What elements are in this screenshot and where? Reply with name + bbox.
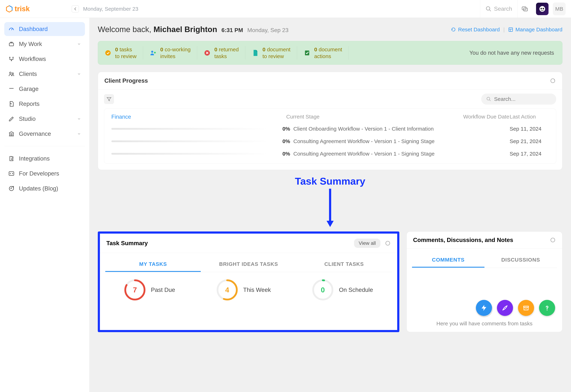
- banner-cell-2[interactable]: 0 returnedtasks: [197, 46, 245, 59]
- speedometer-icon: [8, 26, 15, 32]
- sidebar-item-studio[interactable]: Studio: [4, 112, 85, 126]
- stat-on-schedule: 0On Schedule: [312, 279, 373, 301]
- app-switcher[interactable]: [536, 3, 549, 15]
- fab-rocket-button[interactable]: [497, 300, 513, 316]
- refresh-icon[interactable]: [385, 240, 391, 246]
- stage-text: Client Onboarding Workflow - Version 1 -…: [293, 126, 463, 132]
- sidebar-item-for-developers[interactable]: For Developers: [4, 167, 85, 181]
- stage-text: Consulting Agreement Workflow - Version …: [293, 138, 463, 144]
- svg-point-5: [541, 8, 542, 9]
- progress-pct: 0%: [279, 151, 293, 157]
- sidebar: DashboardMy WorkWorkflowsClientsGarageRe…: [0, 18, 89, 392]
- check-circle-icon: [104, 49, 112, 56]
- user-plus-icon: [150, 49, 157, 56]
- client-progress-search[interactable]: [481, 94, 556, 105]
- progress-bar: [111, 153, 268, 155]
- task-summary-title: Task Summary: [106, 240, 148, 247]
- svg-point-12: [11, 60, 12, 61]
- stat-label: This Week: [243, 287, 271, 293]
- tab-client-tasks[interactable]: CLIENT TASKS: [296, 257, 392, 272]
- comments-panel: Comments, Discussions, and Notes COMMENT…: [406, 231, 562, 332]
- col-due: Workflow Due Date: [463, 114, 510, 120]
- separator: |: [503, 27, 505, 33]
- progress-pct: 0%: [279, 126, 293, 132]
- sidebar-item-governance[interactable]: Governance: [4, 127, 85, 141]
- people-icon: [8, 71, 15, 77]
- table-row[interactable]: 0%Client Onboarding Workflow - Version 1…: [111, 123, 549, 135]
- refresh-icon[interactable]: [550, 78, 556, 84]
- fab-bolt-button[interactable]: [476, 300, 492, 316]
- banner-text: 0 tasksto review: [115, 46, 136, 59]
- svg-point-0: [486, 7, 490, 10]
- svg-point-13: [10, 72, 11, 74]
- sidebar-item-label: Garage: [19, 85, 39, 92]
- tab-bright-ideas-tasks[interactable]: BRIGHT IDEAS TASKS: [201, 257, 296, 272]
- reset-dashboard-link[interactable]: Reset Dashboard: [451, 27, 500, 33]
- svg-point-14: [12, 73, 14, 74]
- tab-comments[interactable]: COMMENTS: [412, 253, 484, 268]
- fab-archive-button[interactable]: [518, 300, 534, 316]
- table-row[interactable]: 0%Consulting Agreement Workflow - Versio…: [111, 148, 549, 160]
- sidebar-item-workflows[interactable]: Workflows: [4, 52, 85, 66]
- svg-rect-9: [11, 42, 12, 43]
- svg-rect-2: [522, 7, 526, 10]
- brand-name: trisk: [15, 5, 30, 13]
- sidebar-item-updates-blog-[interactable]: Updates (Blog): [4, 182, 85, 196]
- chevron-down-icon: [77, 42, 81, 46]
- svg-point-10: [9, 57, 10, 58]
- sidebar-item-label: Updates (Blog): [19, 185, 58, 192]
- welcome-text: Welcome back, Michael Brighton: [98, 25, 217, 34]
- sidebar-item-dashboard[interactable]: Dashboard: [4, 22, 85, 36]
- brand-logo[interactable]: trisk: [5, 5, 30, 13]
- topbar-date: Monday, September 23: [83, 6, 138, 12]
- svg-rect-8: [9, 43, 14, 46]
- user-avatar[interactable]: MB: [553, 2, 566, 15]
- client-progress-panel: Client Progress Finance: [98, 72, 562, 170]
- donut-icon: 0: [312, 279, 333, 301]
- last-action-date: Sep 11, 2024: [510, 126, 549, 132]
- sidebar-item-reports[interactable]: Reports: [4, 97, 85, 111]
- global-search[interactable]: Search: [480, 0, 517, 18]
- pencil-icon: [8, 116, 15, 122]
- svg-rect-19: [509, 28, 513, 31]
- sidebar-item-label: Reports: [19, 100, 40, 107]
- annotation-label: Task Summary: [98, 175, 562, 187]
- sidebar-item-my-work[interactable]: My Work: [4, 37, 85, 51]
- category-finance-link[interactable]: Finance: [111, 114, 286, 120]
- sidebar-item-garage[interactable]: Garage: [4, 82, 85, 96]
- annotation-arrow-icon: [98, 189, 562, 228]
- filter-button[interactable]: [104, 94, 114, 104]
- sidebar-item-label: Integrations: [19, 155, 50, 162]
- tab-discussions[interactable]: DISCUSSIONS: [484, 253, 557, 268]
- refresh-icon[interactable]: [550, 237, 556, 243]
- comments-title: Comments, Discussions, and Notes: [413, 237, 513, 243]
- sidebar-item-label: My Work: [19, 41, 42, 47]
- col-stage: Current Stage: [286, 114, 463, 120]
- doc-icon: [252, 49, 259, 56]
- progress-pct: 0%: [279, 138, 293, 144]
- banner-cell-0[interactable]: 0 tasksto review: [104, 46, 143, 59]
- manage-dashboard-link[interactable]: Manage Dashboard: [508, 27, 562, 33]
- fab-help-button[interactable]: [539, 300, 555, 316]
- banner-cell-3[interactable]: 0 documentto review: [245, 46, 297, 59]
- flow-icon: [8, 56, 15, 62]
- table-row[interactable]: 0%Consulting Agreement Workflow - Versio…: [111, 135, 549, 148]
- view-all-button[interactable]: View all: [354, 238, 380, 248]
- bank-icon: [8, 131, 15, 137]
- svg-point-41: [547, 309, 548, 310]
- tab-my-tasks[interactable]: MY TASKS: [105, 257, 201, 272]
- svg-point-4: [540, 6, 545, 12]
- sidebar-item-clients[interactable]: Clients: [4, 67, 85, 81]
- svg-point-22: [105, 50, 111, 56]
- banner-cell-4[interactable]: 0 documentactions: [297, 46, 349, 59]
- banner-cell-1[interactable]: 0 co-workinginvites: [143, 46, 197, 59]
- nav-back-button[interactable]: [72, 5, 79, 13]
- svg-line-27: [489, 100, 491, 101]
- update-icon: [8, 185, 15, 192]
- banner-message: You do not have any new requests: [469, 50, 556, 56]
- client-progress-search-input[interactable]: [494, 96, 551, 102]
- svg-point-6: [543, 8, 544, 9]
- chat-button[interactable]: [517, 0, 532, 18]
- sidebar-item-integrations[interactable]: Integrations: [4, 152, 85, 166]
- svg-text:4: 4: [225, 286, 229, 294]
